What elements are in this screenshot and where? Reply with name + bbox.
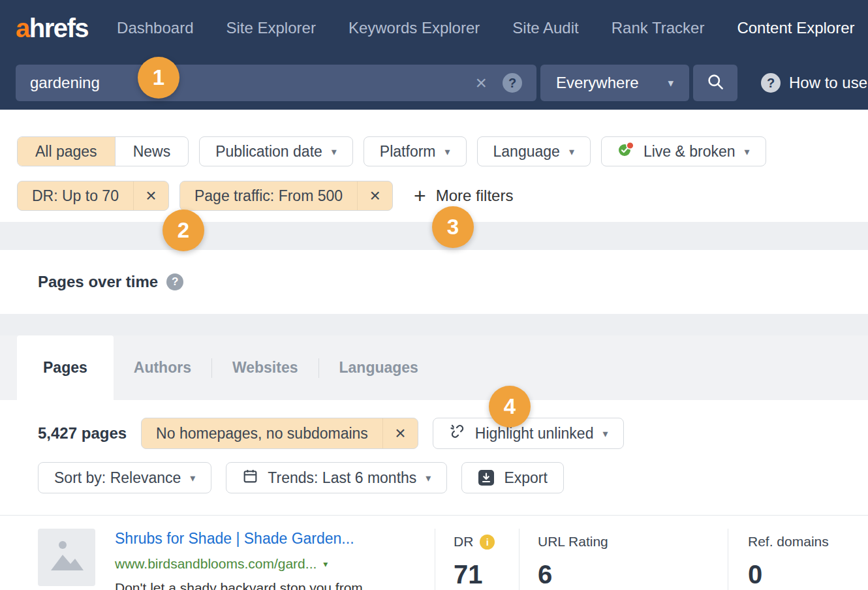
result-url-text: www.birdsandblooms.com/gard... <box>115 556 317 572</box>
chevron-down-icon: ▾ <box>745 146 750 158</box>
search-query-text: gardening <box>30 74 100 92</box>
top-navigation: ahrefs Dashboard Site Explorer Keywords … <box>0 0 868 110</box>
remove-no-homepages-filter-icon[interactable]: × <box>382 418 418 448</box>
url-chevron-down-icon: ▾ <box>323 559 328 569</box>
nav-keywords-explorer[interactable]: Keywords Explorer <box>349 19 480 37</box>
metric-ref-domains-value: 0 <box>748 560 868 589</box>
nav-rank-tracker[interactable]: Rank Tracker <box>612 19 705 37</box>
chevron-down-icon: ▾ <box>569 146 574 158</box>
export-button[interactable]: Export <box>461 462 563 493</box>
annotation-badge-3: 3 <box>432 206 474 248</box>
filters-row-2: DR: Up to 70 × Page traffic: From 500 × … <box>17 181 868 211</box>
language-dropdown[interactable]: Language ▾ <box>477 136 591 166</box>
search-help-icon[interactable]: ? <box>503 73 522 93</box>
search-input[interactable]: gardening × ? <box>16 65 536 101</box>
how-to-use-label: How to use <box>789 74 867 92</box>
chevron-down-icon: ▾ <box>602 427 608 440</box>
results-tabstrip: Pages Authors Websites Languages <box>0 335 868 400</box>
clear-search-icon[interactable]: × <box>475 73 487 93</box>
nav-dashboard[interactable]: Dashboard <box>117 19 193 37</box>
metric-dr-value: 71 <box>454 560 519 589</box>
filter-chip-page-traffic[interactable]: Page traffic: From 500 × <box>179 181 393 211</box>
trends-dropdown[interactable]: Trends: Last 6 months ▾ <box>226 462 447 493</box>
result-thumbnail[interactable] <box>38 529 95 586</box>
segment-news[interactable]: News <box>115 137 189 166</box>
remove-page-traffic-filter-icon[interactable]: × <box>357 181 392 210</box>
metric-url-rating-label: URL Rating <box>538 534 608 550</box>
sort-by-label: Sort by: Relevance <box>54 469 181 487</box>
metric-column-url-rating: URL Rating 6 <box>519 529 728 590</box>
export-icon <box>478 469 495 486</box>
tab-languages[interactable]: Languages <box>319 335 439 400</box>
metric-dr-label-row: DR i <box>454 534 519 550</box>
platform-dropdown[interactable]: Platform ▾ <box>364 136 467 166</box>
result-url[interactable]: www.birdsandblooms.com/gard... ▾ <box>115 556 435 572</box>
main-nav-row: ahrefs Dashboard Site Explorer Keywords … <box>0 0 868 56</box>
live-broken-icon <box>617 141 634 162</box>
segment-all-pages[interactable]: All pages <box>18 137 115 166</box>
search-scope-value: Everywhere <box>556 74 639 92</box>
search-scope-dropdown[interactable]: Everywhere ▾ <box>540 65 689 101</box>
logo-accent: a <box>16 14 29 42</box>
remove-dr-filter-icon[interactable]: × <box>133 181 168 210</box>
platform-label: Platform <box>380 143 436 161</box>
results-count: 5,427 pages <box>38 424 127 442</box>
pages-news-segmented: All pages News <box>17 136 189 166</box>
logo-rest: hrefs <box>29 14 88 42</box>
filters-bar: All pages News Publication date ▾ Platfo… <box>0 110 868 222</box>
image-placeholder-icon <box>46 536 87 578</box>
chevron-down-icon: ▾ <box>668 76 674 90</box>
filter-chip-dr[interactable]: DR: Up to 70 × <box>17 181 169 211</box>
filter-chip-dr-label: DR: Up to 70 <box>18 187 133 205</box>
pages-over-time-title: Pages over time <box>38 273 158 291</box>
ahrefs-logo[interactable]: ahrefs <box>16 14 88 43</box>
results-divider <box>0 515 868 516</box>
sort-by-dropdown[interactable]: Sort by: Relevance ▾ <box>38 462 211 493</box>
more-filters-label: More filters <box>436 187 514 205</box>
result-main: Shrubs for Shade | Shade Garden... www.b… <box>115 529 435 590</box>
search-button[interactable] <box>693 65 737 101</box>
chevron-down-icon: ▾ <box>332 146 337 158</box>
filter-chip-page-traffic-label: Page traffic: From 500 <box>180 187 357 205</box>
metric-column-ref-domains: Ref. domains 0 <box>728 529 868 590</box>
pages-over-time-help-icon[interactable]: ? <box>166 273 183 290</box>
nav-site-explorer[interactable]: Site Explorer <box>226 19 315 37</box>
tab-pages[interactable]: Pages <box>17 335 114 400</box>
filter-chip-no-homepages-label: No homepages, no subdomains <box>142 425 382 442</box>
highlight-unlinked-dropdown[interactable]: Highlight unlinked ▾ <box>433 418 625 449</box>
broken-link-icon <box>449 423 466 444</box>
section-gap <box>0 314 868 335</box>
annotation-badge-2: 2 <box>163 210 204 251</box>
search-input-actions: × ? <box>475 73 522 93</box>
live-broken-dropdown[interactable]: Live & broken ▾ <box>601 136 766 166</box>
tab-authors[interactable]: Authors <box>114 335 211 400</box>
more-filters-button[interactable]: + More filters <box>414 185 513 206</box>
result-snippet: Don't let a shady backyard stop you from… <box>115 580 435 590</box>
calendar-icon <box>242 468 258 488</box>
metric-column-dr: DR i 71 <box>435 529 519 590</box>
nav-content-explorer[interactable]: Content Explorer <box>737 19 854 37</box>
primary-nav: Dashboard Site Explorer Keywords Explore… <box>117 19 854 37</box>
info-icon[interactable]: i <box>480 535 495 550</box>
publication-date-dropdown[interactable]: Publication date ▾ <box>199 136 353 166</box>
nav-site-audit[interactable]: Site Audit <box>512 19 578 37</box>
export-label: Export <box>504 469 547 487</box>
search-icon <box>707 73 724 93</box>
publication-date-label: Publication date <box>215 143 322 161</box>
chevron-down-icon: ▾ <box>190 472 195 484</box>
results-card: Pages Authors Websites Languages 5,427 p… <box>0 335 868 590</box>
metric-url-rating-label-row: URL Rating <box>538 534 728 550</box>
content-explorer-page: ahrefs Dashboard Site Explorer Keywords … <box>0 0 868 590</box>
result-title-link[interactable]: Shrubs for Shade | Shade Garden... <box>115 530 435 548</box>
live-broken-label: Live & broken <box>643 143 736 161</box>
how-to-use-link[interactable]: ? How to use <box>761 73 867 93</box>
tab-websites[interactable]: Websites <box>212 335 318 400</box>
search-row: gardening × ? Everywhere ▾ ? How to use <box>0 56 868 110</box>
annotation-badge-4: 4 <box>489 386 531 427</box>
toolbar-row-2: Sort by: Relevance ▾ Trends: Last 6 mont… <box>38 462 868 493</box>
metric-dr-label: DR <box>454 534 473 550</box>
result-row: Shrubs for Shade | Shade Garden... www.b… <box>0 529 868 590</box>
toolbar-row-1: 5,427 pages No homepages, no subdomains … <box>38 418 868 449</box>
chevron-down-icon: ▾ <box>426 472 431 484</box>
filter-chip-no-homepages[interactable]: No homepages, no subdomains × <box>141 418 418 449</box>
